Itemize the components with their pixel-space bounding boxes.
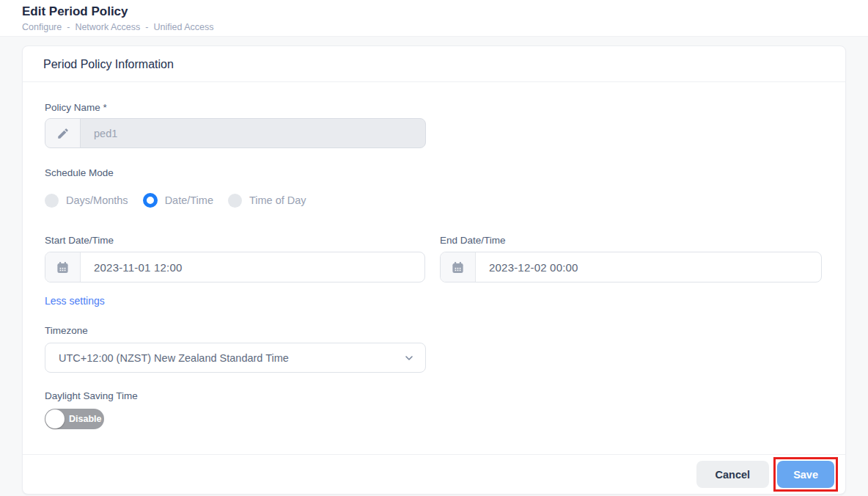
page-title: Edit Period Policy xyxy=(22,3,868,21)
start-datetime-input[interactable]: 2023-11-01 12:00 xyxy=(45,252,425,282)
pencil-icon xyxy=(45,119,81,147)
radio-circle-icon[interactable] xyxy=(228,194,242,208)
save-button[interactable]: Save xyxy=(777,461,834,488)
breadcrumb-item-unified-access[interactable]: Unified Access xyxy=(153,22,213,32)
breadcrumb-separator: - xyxy=(145,22,148,32)
card-title: Period Policy Information xyxy=(23,46,845,82)
chevron-down-icon xyxy=(403,352,415,364)
radio-date-time-label: Date/Time xyxy=(165,194,213,206)
toggle-state-label: Disable xyxy=(69,414,101,424)
policy-name-input[interactable]: ped1 xyxy=(45,118,426,148)
radio-days-months-label: Days/Months xyxy=(66,194,128,206)
timezone-label: Timezone xyxy=(45,324,822,338)
radio-circle-icon[interactable] xyxy=(45,194,59,208)
radio-selected-icon[interactable] xyxy=(143,193,158,208)
policy-name-value: ped1 xyxy=(81,119,425,147)
start-datetime-label: Start Date/Time xyxy=(45,234,425,247)
start-datetime-value: 2023-11-01 12:00 xyxy=(81,252,424,282)
timezone-select[interactable]: UTC+12:00 (NZST) New Zealand Standard Ti… xyxy=(45,343,426,373)
save-annotation-highlight: Save xyxy=(773,457,838,492)
page-header: Edit Period Policy Configure - Network A… xyxy=(0,0,868,37)
daylight-saving-toggle[interactable]: Disable xyxy=(45,409,104,429)
radio-date-time[interactable]: Date/Time xyxy=(143,193,213,208)
card-footer: Cancel Save xyxy=(23,454,845,494)
radio-time-of-day[interactable]: Time of Day xyxy=(228,194,306,208)
datetime-row: Start Date/Time xyxy=(45,234,822,282)
end-datetime-input[interactable]: 2023-12-02 00:00 xyxy=(440,252,822,282)
radio-days-months[interactable]: Days/Months xyxy=(45,194,128,208)
radio-time-of-day-label: Time of Day xyxy=(249,194,306,206)
calendar-icon[interactable] xyxy=(45,252,81,282)
breadcrumb-item-configure[interactable]: Configure xyxy=(22,22,62,32)
breadcrumb-item-network-access[interactable]: Network Access xyxy=(75,22,140,32)
breadcrumb: Configure - Network Access - Unified Acc… xyxy=(22,22,868,32)
period-policy-card: Period Policy Information Policy Name * … xyxy=(22,45,846,495)
end-datetime-value: 2023-12-02 00:00 xyxy=(476,252,821,282)
less-settings-link[interactable]: Less settings xyxy=(45,295,105,307)
timezone-value: UTC+12:00 (NZST) New Zealand Standard Ti… xyxy=(59,352,403,364)
schedule-mode-radio-group: Days/Months Date/Time Time of Day xyxy=(45,193,822,208)
toggle-knob[interactable] xyxy=(45,409,65,428)
policy-name-label: Policy Name * xyxy=(45,101,822,114)
breadcrumb-separator: - xyxy=(67,22,70,32)
calendar-icon[interactable] xyxy=(441,252,476,282)
end-datetime-label: End Date/Time xyxy=(440,234,822,247)
daylight-saving-label: Daylight Saving Time xyxy=(45,390,822,403)
card-body: Policy Name * ped1 Schedule Mode Days/Mo… xyxy=(23,82,845,454)
schedule-mode-label: Schedule Mode xyxy=(45,167,822,180)
cancel-button[interactable]: Cancel xyxy=(696,461,770,488)
